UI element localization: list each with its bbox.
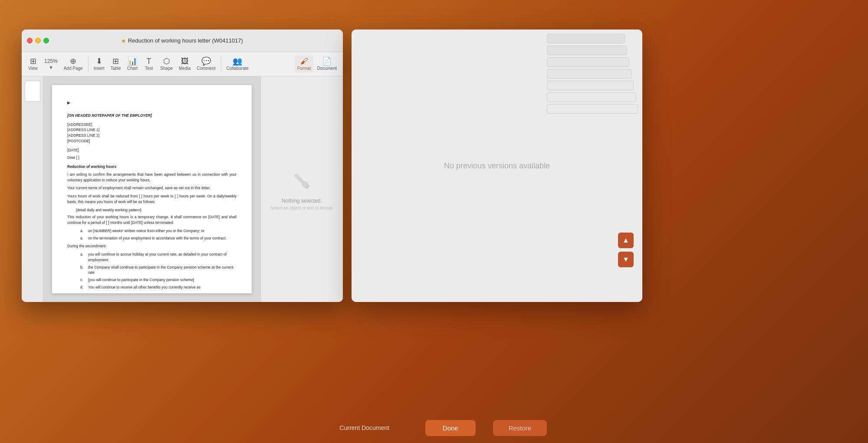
bottom-bar: Current Document Done Restore <box>0 413 868 443</box>
doc-addressee: [ADDRESSEE] [ADDRESS LINE 1] [ADDRESS LI… <box>67 122 237 144</box>
cursor: ▸ <box>67 98 237 107</box>
text-icon: T <box>147 57 151 65</box>
version-browser-panel: No previous versions available ▲ ▼ <box>352 30 642 302</box>
secondment-heading: During the secondment: <box>67 243 237 249</box>
zoom-value: 125% <box>44 58 58 64</box>
list-item-a1: a. on [NUMBER] weeks' written notice fro… <box>80 228 237 234</box>
nothing-selected-text: Nothing selected. <box>282 198 322 204</box>
format-label: Format <box>297 66 311 71</box>
comment-icon: 💬 <box>201 57 211 65</box>
version-tab-5[interactable] <box>547 81 634 90</box>
version-tab-4[interactable] <box>547 69 631 79</box>
window-titlebar: ● Reduction of working hours letter (W04… <box>22 30 343 52</box>
address-line1: [ADDRESS LINE 1] <box>67 127 237 133</box>
insert-button[interactable]: ⬇ Insert <box>91 56 107 72</box>
media-label: Media <box>179 66 191 71</box>
zoom-arrow-icon: ▼ <box>49 65 53 70</box>
text-label: Text <box>145 66 153 71</box>
toolbar-sep-2 <box>221 56 221 72</box>
scroll-down-button[interactable]: ▼ <box>618 252 634 267</box>
add-page-button[interactable]: ⊕ Add Page <box>61 56 85 72</box>
list-item-b1: a. you will continue to accrue holiday a… <box>80 252 237 263</box>
list-text-b2: the Company shall continue to participat… <box>88 265 237 276</box>
version-tab-3[interactable] <box>547 57 629 67</box>
list-marker-a1: a. <box>80 228 85 234</box>
page-sheet[interactable]: ▸ [ON HEADED NOTEPAPER OF THE EMPLOYER] … <box>52 85 252 293</box>
scroll-up-button[interactable]: ▲ <box>618 233 634 248</box>
close-button[interactable] <box>27 38 33 43</box>
no-versions-text: No previous versions available <box>444 161 550 171</box>
para-1: I am writing to confirm the arrangements… <box>67 172 237 183</box>
collaborate-button[interactable]: 👥 Collaborate <box>224 56 251 72</box>
list-marker-b1: a. <box>80 252 85 263</box>
list-item-d1: d. You will continue to receive all othe… <box>80 285 237 290</box>
toolbar: ⊞ View 125% ▼ ⊕ Add Page ⬇ Insert ⊞ Tabl… <box>22 52 343 76</box>
postcode-line: [POSTCODE] <box>67 138 237 144</box>
scroll-down-icon: ▼ <box>622 256 629 263</box>
list-marker-d1: d. <box>80 285 85 290</box>
address-line2: [ADDRESS LINE 2] <box>67 133 237 138</box>
toolbar-sep-1 <box>88 56 89 72</box>
list-text-c1: [you will continue to participate in the… <box>88 277 194 283</box>
table-label: Table <box>111 66 121 71</box>
add-page-label: Add Page <box>64 66 83 71</box>
doc-content: ▸ [ON HEADED NOTEPAPER OF THE EMPLOYER] … <box>43 76 260 302</box>
version-tab-2[interactable] <box>547 46 627 55</box>
insert-label: Insert <box>94 66 105 71</box>
traffic-lights <box>27 38 49 43</box>
nothing-selected-sub: Select an object or text to format. <box>270 206 334 210</box>
page-thumbnail[interactable] <box>25 81 40 102</box>
document-button[interactable]: 📄 Document <box>314 56 339 72</box>
unsaved-dot: ● <box>122 37 126 45</box>
shape-button[interactable]: ⬡ Shape <box>158 56 175 72</box>
chart-button[interactable]: 📊 Chart <box>125 56 140 72</box>
comment-label: Comment <box>197 66 215 71</box>
doc-date: [DATE] <box>67 148 237 153</box>
list-text-a1: on [NUMBER] weeks' written notice from e… <box>88 228 204 234</box>
list-marker-c1: c. <box>80 277 85 283</box>
para-4: This reduction of your working hours is … <box>67 214 237 226</box>
comment-button[interactable]: 💬 Comment <box>194 56 218 72</box>
table-button[interactable]: ⊞ Table <box>108 56 124 72</box>
document-area: ▸ [ON HEADED NOTEPAPER OF THE EMPLOYER] … <box>22 76 343 302</box>
shape-icon: ⬡ <box>163 57 170 65</box>
list-text-b1: you will continue to accrue holiday at y… <box>88 252 237 263</box>
chart-icon: 📊 <box>128 57 137 65</box>
view-button[interactable]: ⊞ View <box>25 56 41 72</box>
paintbrush-icon <box>289 168 315 194</box>
detail-indent: [detail daily and weekly working pattern… <box>76 207 237 213</box>
doc-heading: [ON HEADED NOTEPAPER OF THE EMPLOYER] <box>67 113 237 118</box>
minimize-button[interactable] <box>35 38 41 43</box>
done-button[interactable]: Done <box>425 420 476 436</box>
shape-label: Shape <box>160 66 173 71</box>
window-title: ● Reduction of working hours letter (W04… <box>122 37 243 45</box>
page-sidebar <box>22 76 43 302</box>
list-marker-a2: a. <box>80 236 85 241</box>
collaborate-icon: 👥 <box>233 57 242 65</box>
document-icon: 📄 <box>322 57 332 65</box>
list-text-a2: on the termination of your employment in… <box>88 236 227 241</box>
doc-dear: Dear [ ] <box>67 155 237 161</box>
title-text: Reduction of working hours letter (W0411… <box>128 37 243 44</box>
chart-label: Chart <box>127 66 138 71</box>
para-2: Your current terms of employment shall r… <box>67 185 237 191</box>
format-icon: 🖌 <box>300 57 308 65</box>
restore-button[interactable]: Restore <box>493 420 547 436</box>
text-button[interactable]: T Text <box>141 56 157 72</box>
list-item-b2: b. the Company shall continue to partici… <box>80 265 237 276</box>
collaborate-label: Collaborate <box>227 66 249 71</box>
format-panel: Nothing selected. Select an object or te… <box>260 76 343 302</box>
version-tab-1[interactable] <box>547 34 625 43</box>
current-doc-label: Current Document <box>340 424 389 431</box>
pages-window: ● Reduction of working hours letter (W04… <box>22 30 343 302</box>
zoom-control[interactable]: 125% ▼ <box>42 56 60 72</box>
version-tab-6[interactable] <box>547 92 636 102</box>
media-button[interactable]: 🖼 Media <box>176 56 193 72</box>
fullscreen-button[interactable] <box>43 38 49 43</box>
media-icon: 🖼 <box>181 57 189 65</box>
version-tab-7[interactable] <box>547 104 638 114</box>
list-text-d1: You will continue to receive all other b… <box>88 285 201 290</box>
format-button[interactable]: 🖌 Format <box>295 56 314 72</box>
view-icon: ⊞ <box>30 57 36 65</box>
para-3: Yours hours of work shall be reduced fro… <box>67 194 237 205</box>
